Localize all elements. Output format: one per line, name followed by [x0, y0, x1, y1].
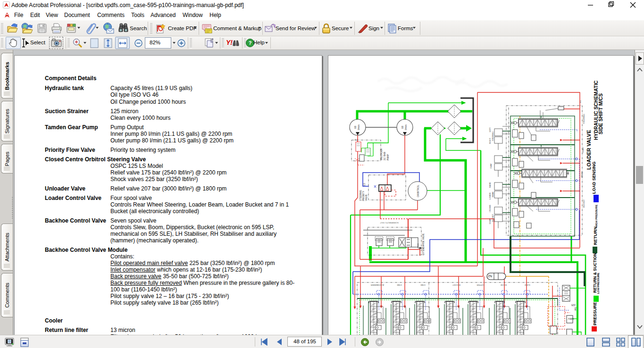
svg-text:LEFT: LEFT: [489, 127, 491, 132]
svg-text:BUCKET: BUCKET: [583, 199, 585, 207]
svg-text:HIGH PRESSURE: HIGH PRESSURE: [595, 205, 598, 227]
svg-text:SLEW: SLEW: [525, 284, 530, 286]
svg-text:BOOM: BOOM: [501, 284, 507, 286]
svg-text:UNLOADER: UNLOADER: [380, 148, 383, 160]
svg-text:ORBITROL: ORBITROL: [417, 185, 419, 198]
svg-text:LOAD SENSING: LOAD SENSING: [592, 161, 596, 194]
svg-text:STEERING: STEERING: [583, 114, 585, 124]
svg-text:?: ?: [249, 40, 252, 46]
svg-text:DIPPER: DIPPER: [477, 284, 484, 286]
svg-text:PRESSURE: PRESSURE: [593, 302, 597, 325]
svg-text:RIGHT: RIGHT: [489, 138, 491, 144]
svg-text:l/min: l/min: [357, 124, 360, 130]
svg-text:08: 08: [354, 126, 357, 129]
svg-text:LOADER VALVE: LOADER VALVE: [586, 130, 592, 170]
svg-text:RAISE: RAISE: [489, 182, 491, 188]
svg-text:PUMP: PUMP: [387, 154, 389, 160]
svg-text:BUCKET: BUCKET: [492, 214, 494, 222]
svg-text:CROWD: CROWD: [489, 205, 491, 212]
svg-text:P: P: [355, 139, 357, 141]
svg-text:BEAM: BEAM: [581, 172, 583, 177]
svg-text:STEERING: STEERING: [492, 132, 494, 141]
svg-text:CLAM: CLAM: [582, 148, 584, 153]
svg-text:l/min: l/min: [404, 124, 407, 130]
svg-text:08: 08: [401, 126, 404, 129]
svg-text:STEERING: STEERING: [360, 190, 362, 201]
svg-text:LS: LS: [363, 183, 366, 186]
svg-text:STAB: STAB: [397, 284, 402, 286]
svg-text:225: 225: [571, 304, 576, 307]
svg-text:SCHWENKZYL 5517: SCHWENKZYL 5517: [380, 222, 399, 224]
svg-text:MRV: MRV: [568, 317, 574, 320]
svg-text:AUX/HAMMER: AUX/HAMMER: [371, 284, 384, 286]
svg-text:LOW PRESSURE: LOW PRESSURE: [597, 273, 600, 294]
svg-text:217 BAR: 217 BAR: [384, 151, 386, 160]
svg-text:LOWER: LOWER: [489, 192, 491, 199]
svg-text:BUCKET: BUCKET: [452, 284, 460, 286]
svg-text:STAB: STAB: [420, 284, 426, 286]
svg-text:N2: N2: [488, 274, 492, 278]
svg-text:BEAM: BEAM: [492, 192, 494, 197]
svg-text:CLAM: CLAM: [490, 164, 492, 169]
svg-text:RETURN: RETURN: [593, 226, 598, 245]
svg-text:PRIORITY: PRIORITY: [362, 191, 365, 201]
svg-text:DUMP: DUMP: [489, 218, 491, 224]
svg-text:EXTENDAHOE VALVE: EXTENDAHOE VALVE: [422, 233, 425, 255]
svg-text:bar: bar: [574, 307, 577, 311]
svg-text:VALVE: VALVE: [365, 194, 368, 201]
svg-text:P2: P2: [579, 100, 582, 103]
svg-text:SIDE SHIFT M/CS: SIDE SHIFT M/CS: [598, 93, 603, 134]
